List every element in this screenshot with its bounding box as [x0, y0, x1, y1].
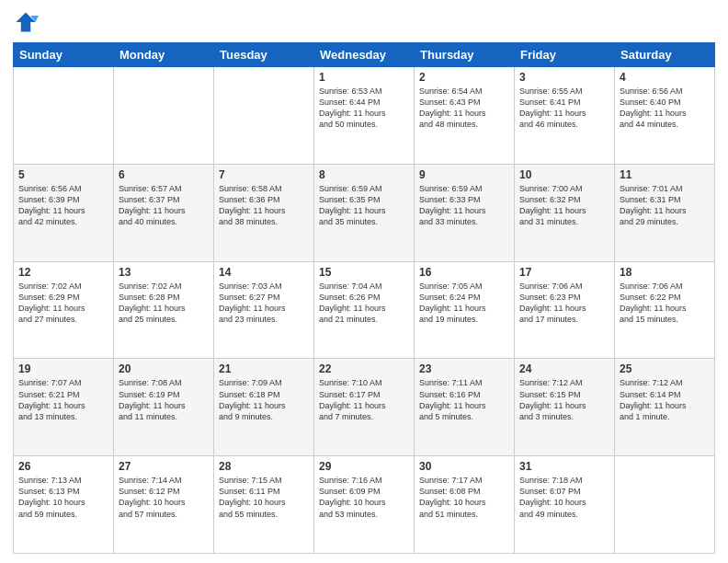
day-info: Sunrise: 6:59 AM Sunset: 6:33 PM Dayligh… — [419, 183, 509, 228]
day-info: Sunrise: 7:00 AM Sunset: 6:32 PM Dayligh… — [519, 183, 609, 228]
day-info: Sunrise: 7:02 AM Sunset: 6:28 PM Dayligh… — [119, 281, 209, 326]
day-info: Sunrise: 7:14 AM Sunset: 6:12 PM Dayligh… — [119, 475, 209, 520]
day-number: 14 — [219, 266, 309, 279]
calendar-cell: 30Sunrise: 7:17 AM Sunset: 6:08 PM Dayli… — [415, 456, 515, 554]
calendar-cell: 13Sunrise: 7:02 AM Sunset: 6:28 PM Dayli… — [114, 261, 214, 359]
day-info: Sunrise: 7:04 AM Sunset: 6:26 PM Dayligh… — [319, 281, 409, 326]
weekday-header-thursday: Thursday — [415, 43, 515, 67]
calendar-cell — [615, 456, 715, 554]
weekday-header-tuesday: Tuesday — [214, 43, 314, 67]
logo-icon — [13, 9, 39, 35]
calendar-cell: 9Sunrise: 6:59 AM Sunset: 6:33 PM Daylig… — [415, 164, 515, 261]
calendar-cell — [214, 67, 314, 165]
calendar-cell: 11Sunrise: 7:01 AM Sunset: 6:31 PM Dayli… — [615, 164, 715, 261]
calendar-cell: 1Sunrise: 6:53 AM Sunset: 6:44 PM Daylig… — [314, 67, 415, 165]
day-number: 15 — [319, 266, 409, 279]
day-info: Sunrise: 7:18 AM Sunset: 6:07 PM Dayligh… — [519, 475, 609, 520]
day-number: 11 — [620, 168, 710, 181]
day-info: Sunrise: 7:07 AM Sunset: 6:21 PM Dayligh… — [18, 377, 108, 422]
day-number: 31 — [519, 460, 609, 473]
day-number: 25 — [620, 362, 710, 375]
day-number: 22 — [319, 362, 409, 375]
calendar-cell: 15Sunrise: 7:04 AM Sunset: 6:26 PM Dayli… — [314, 261, 415, 359]
svg-marker-0 — [17, 13, 36, 32]
calendar-cell: 22Sunrise: 7:10 AM Sunset: 6:17 PM Dayli… — [314, 359, 415, 456]
calendar-table: SundayMondayTuesdayWednesdayThursdayFrid… — [13, 42, 715, 554]
day-number: 17 — [519, 266, 609, 279]
day-number: 4 — [620, 71, 710, 84]
day-number: 29 — [319, 460, 409, 473]
week-row-3: 19Sunrise: 7:07 AM Sunset: 6:21 PM Dayli… — [14, 359, 715, 456]
day-number: 28 — [219, 460, 309, 473]
week-row-0: 1Sunrise: 6:53 AM Sunset: 6:44 PM Daylig… — [14, 67, 715, 165]
page: SundayMondayTuesdayWednesdayThursdayFrid… — [0, 0, 728, 563]
day-number: 26 — [18, 460, 108, 473]
day-info: Sunrise: 6:54 AM Sunset: 6:43 PM Dayligh… — [419, 86, 509, 131]
calendar-cell: 28Sunrise: 7:15 AM Sunset: 6:11 PM Dayli… — [214, 456, 314, 554]
day-info: Sunrise: 7:10 AM Sunset: 6:17 PM Dayligh… — [319, 377, 409, 422]
calendar-cell: 3Sunrise: 6:55 AM Sunset: 6:41 PM Daylig… — [515, 67, 615, 165]
calendar-cell: 7Sunrise: 6:58 AM Sunset: 6:36 PM Daylig… — [214, 164, 314, 261]
day-number: 3 — [519, 71, 609, 84]
day-info: Sunrise: 7:02 AM Sunset: 6:29 PM Dayligh… — [18, 281, 108, 326]
week-row-2: 12Sunrise: 7:02 AM Sunset: 6:29 PM Dayli… — [14, 261, 715, 359]
day-number: 2 — [419, 71, 509, 84]
week-row-4: 26Sunrise: 7:13 AM Sunset: 6:13 PM Dayli… — [14, 456, 715, 554]
day-number: 30 — [419, 460, 509, 473]
day-info: Sunrise: 7:03 AM Sunset: 6:27 PM Dayligh… — [219, 281, 309, 326]
day-number: 24 — [519, 362, 609, 375]
day-number: 20 — [119, 362, 209, 375]
day-info: Sunrise: 6:57 AM Sunset: 6:37 PM Dayligh… — [119, 183, 209, 228]
day-info: Sunrise: 6:55 AM Sunset: 6:41 PM Dayligh… — [519, 86, 609, 131]
day-info: Sunrise: 7:05 AM Sunset: 6:24 PM Dayligh… — [419, 281, 509, 326]
calendar-cell: 25Sunrise: 7:12 AM Sunset: 6:14 PM Dayli… — [615, 359, 715, 456]
day-info: Sunrise: 7:06 AM Sunset: 6:23 PM Dayligh… — [519, 281, 609, 326]
day-number: 5 — [18, 168, 108, 181]
day-number: 12 — [18, 266, 108, 279]
day-info: Sunrise: 7:12 AM Sunset: 6:14 PM Dayligh… — [620, 377, 710, 422]
weekday-header-monday: Monday — [114, 43, 214, 67]
day-number: 13 — [119, 266, 209, 279]
day-info: Sunrise: 6:53 AM Sunset: 6:44 PM Dayligh… — [319, 86, 409, 131]
calendar-cell: 23Sunrise: 7:11 AM Sunset: 6:16 PM Dayli… — [415, 359, 515, 456]
day-number: 1 — [319, 71, 409, 84]
day-info: Sunrise: 6:59 AM Sunset: 6:35 PM Dayligh… — [319, 183, 409, 228]
calendar-cell: 4Sunrise: 6:56 AM Sunset: 6:40 PM Daylig… — [615, 67, 715, 165]
day-number: 9 — [419, 168, 509, 181]
day-info: Sunrise: 7:06 AM Sunset: 6:22 PM Dayligh… — [620, 281, 710, 326]
day-info: Sunrise: 7:16 AM Sunset: 6:09 PM Dayligh… — [319, 475, 409, 520]
day-info: Sunrise: 6:58 AM Sunset: 6:36 PM Dayligh… — [219, 183, 309, 228]
calendar-cell: 19Sunrise: 7:07 AM Sunset: 6:21 PM Dayli… — [14, 359, 114, 456]
day-number: 10 — [519, 168, 609, 181]
day-info: Sunrise: 6:56 AM Sunset: 6:40 PM Dayligh… — [620, 86, 710, 131]
calendar-cell: 31Sunrise: 7:18 AM Sunset: 6:07 PM Dayli… — [515, 456, 615, 554]
calendar-cell: 20Sunrise: 7:08 AM Sunset: 6:19 PM Dayli… — [114, 359, 214, 456]
weekday-header-row: SundayMondayTuesdayWednesdayThursdayFrid… — [14, 43, 715, 67]
day-number: 27 — [119, 460, 209, 473]
day-number: 7 — [219, 168, 309, 181]
day-number: 6 — [119, 168, 209, 181]
week-row-1: 5Sunrise: 6:56 AM Sunset: 6:39 PM Daylig… — [14, 164, 715, 261]
calendar-cell: 12Sunrise: 7:02 AM Sunset: 6:29 PM Dayli… — [14, 261, 114, 359]
day-info: Sunrise: 7:13 AM Sunset: 6:13 PM Dayligh… — [18, 475, 108, 520]
day-number: 16 — [419, 266, 509, 279]
day-info: Sunrise: 7:11 AM Sunset: 6:16 PM Dayligh… — [419, 377, 509, 422]
day-info: Sunrise: 7:09 AM Sunset: 6:18 PM Dayligh… — [219, 377, 309, 422]
day-number: 21 — [219, 362, 309, 375]
day-info: Sunrise: 7:12 AM Sunset: 6:15 PM Dayligh… — [519, 377, 609, 422]
weekday-header-sunday: Sunday — [14, 43, 114, 67]
calendar-cell — [114, 67, 214, 165]
weekday-header-friday: Friday — [515, 43, 615, 67]
day-info: Sunrise: 7:01 AM Sunset: 6:31 PM Dayligh… — [620, 183, 710, 228]
calendar-cell: 27Sunrise: 7:14 AM Sunset: 6:12 PM Dayli… — [114, 456, 214, 554]
day-info: Sunrise: 7:08 AM Sunset: 6:19 PM Dayligh… — [119, 377, 209, 422]
day-number: 19 — [18, 362, 108, 375]
weekday-header-saturday: Saturday — [615, 43, 715, 67]
calendar-cell: 26Sunrise: 7:13 AM Sunset: 6:13 PM Dayli… — [14, 456, 114, 554]
calendar-cell: 10Sunrise: 7:00 AM Sunset: 6:32 PM Dayli… — [515, 164, 615, 261]
weekday-header-wednesday: Wednesday — [314, 43, 415, 67]
calendar-cell: 17Sunrise: 7:06 AM Sunset: 6:23 PM Dayli… — [515, 261, 615, 359]
day-number: 8 — [319, 168, 409, 181]
calendar-cell: 8Sunrise: 6:59 AM Sunset: 6:35 PM Daylig… — [314, 164, 415, 261]
calendar-cell: 2Sunrise: 6:54 AM Sunset: 6:43 PM Daylig… — [415, 67, 515, 165]
